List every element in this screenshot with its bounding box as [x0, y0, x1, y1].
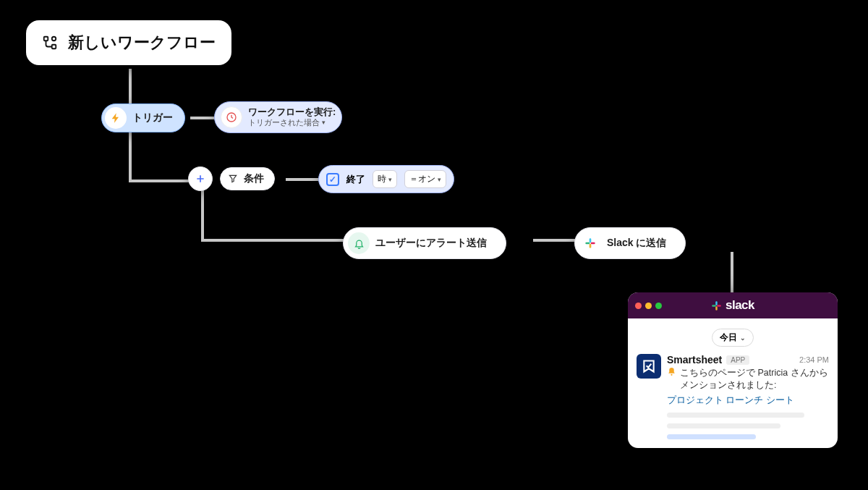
- run-label: ワークフローを実行:: [248, 107, 336, 118]
- svg-rect-7: [591, 242, 595, 245]
- svg-rect-4: [590, 238, 592, 242]
- svg-rect-0: [44, 37, 48, 41]
- message-text: こちらのページで Patricia さんからメンションされました:: [680, 367, 829, 392]
- condition-label: 条件: [244, 172, 265, 185]
- condition-pill[interactable]: 条件: [220, 167, 275, 190]
- alert-user-pill[interactable]: ユーザーにアラート送信: [343, 227, 506, 259]
- slack-titlebar: slack: [628, 292, 838, 318]
- close-icon: [635, 303, 642, 309]
- svg-rect-9: [712, 305, 716, 307]
- skeleton-line: [667, 434, 756, 439]
- slack-icon: [579, 232, 601, 254]
- svg-rect-1: [52, 45, 56, 49]
- window-controls: [635, 303, 662, 309]
- condition-detail[interactable]: ✓ 終了 時▾ ＝オン▾: [318, 165, 454, 193]
- app-badge: APP: [726, 355, 749, 365]
- smartsheet-app-icon: [637, 354, 661, 379]
- skeleton-line: [667, 423, 780, 428]
- clock-icon: [221, 106, 242, 128]
- slack-preview-window: slack 今日 ⌄ Smartsheet APP 2:34 PM: [628, 292, 838, 448]
- svg-rect-5: [585, 242, 590, 245]
- condition-field: 終了: [346, 173, 365, 186]
- app-name: Smartsheet: [667, 354, 722, 366]
- chevron-down-icon: ▾: [322, 119, 326, 126]
- condition-value-dropdown[interactable]: ＝オン▾: [404, 170, 446, 188]
- workflow-title: 新しいワークフロー: [68, 32, 216, 54]
- filter-icon: [228, 174, 238, 184]
- slack-logo: slack: [711, 298, 754, 313]
- skeleton-line: [667, 413, 804, 418]
- svg-rect-6: [590, 244, 592, 248]
- checkbox-icon: ✓: [326, 173, 339, 186]
- slack-message: Smartsheet APP 2:34 PM こちらのページで Patricia…: [637, 354, 829, 439]
- run-sublabel: トリガーされた場合: [248, 118, 320, 127]
- slack-label: Slack に送信: [607, 237, 675, 250]
- svg-rect-10: [715, 306, 718, 311]
- workflow-icon: [42, 35, 58, 51]
- chevron-down-icon: ⌄: [740, 334, 746, 342]
- alert-label: ユーザーにアラート送信: [375, 237, 495, 250]
- condition-operator-dropdown[interactable]: 時▾: [373, 170, 397, 188]
- chevron-down-icon: ▾: [438, 176, 441, 183]
- message-link[interactable]: プロジェクト ローンチ シート: [667, 394, 829, 407]
- run-workflow-pill[interactable]: ワークフローを実行: トリガーされた場合▾: [214, 101, 342, 133]
- trigger-pill[interactable]: トリガー: [101, 104, 185, 132]
- svg-point-2: [52, 37, 56, 41]
- trigger-label: トリガー: [132, 111, 182, 124]
- maximize-icon: [655, 303, 662, 309]
- svg-rect-8: [715, 301, 718, 305]
- chevron-down-icon: ▾: [388, 176, 392, 183]
- bolt-icon: [105, 107, 127, 129]
- minimize-icon: [645, 303, 652, 309]
- send-slack-pill[interactable]: Slack に送信: [574, 227, 686, 259]
- workflow-root-card[interactable]: 新しいワークフロー: [26, 20, 231, 65]
- add-step-button[interactable]: [188, 166, 213, 191]
- svg-rect-11: [717, 305, 721, 307]
- bell-icon: [348, 232, 370, 254]
- message-time: 2:34 PM: [799, 355, 829, 364]
- date-divider[interactable]: 今日 ⌄: [712, 329, 754, 347]
- svg-point-12: [671, 374, 672, 376]
- notification-bell-icon: [667, 367, 676, 376]
